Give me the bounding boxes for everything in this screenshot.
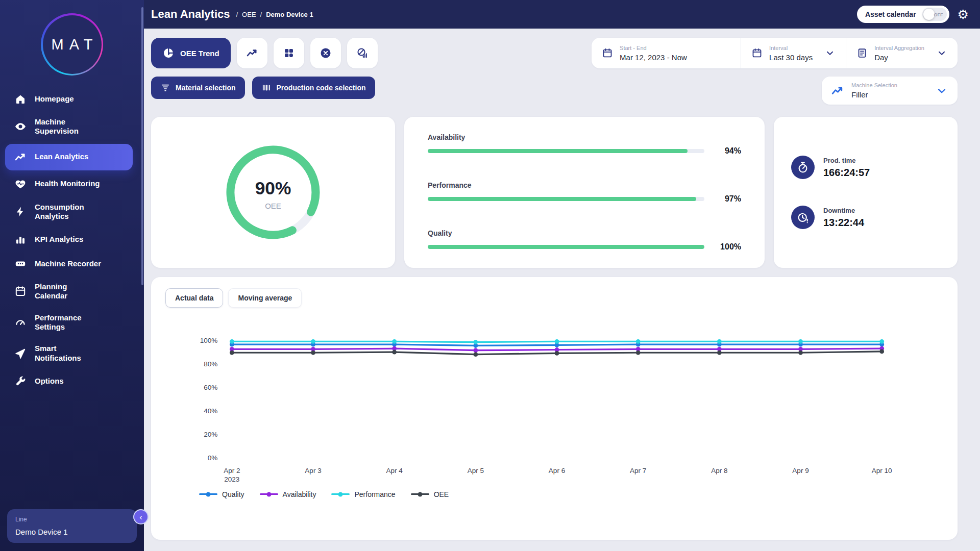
sidebar: MAT HomepageMachine SupervisionLean Anal… [0, 0, 144, 551]
stat-prod-time: Prod. time166:24:57 [791, 156, 940, 179]
grid-view-button[interactable] [274, 38, 304, 68]
sidebar-scrollbar[interactable] [141, 7, 143, 285]
svg-text:80%: 80% [204, 360, 217, 368]
interval-label: Interval [769, 45, 813, 51]
legend-label: Performance [354, 490, 395, 498]
machine-selection-dropdown[interactable]: Machine Selection Filler [822, 77, 958, 105]
svg-text:20%: 20% [204, 431, 217, 438]
interval-selector[interactable]: Interval Last 30 days [741, 38, 846, 68]
view-icon-buttons [237, 38, 378, 68]
oee-gauge-card: 90%OEE [151, 117, 395, 268]
chevron-down-icon [935, 84, 948, 97]
device-name: Demo Device 1 [15, 528, 129, 536]
sidebar-item-lean-analytics[interactable]: Lean Analytics [5, 144, 133, 170]
app-root: MAT HomepageMachine SupervisionLean Anal… [0, 0, 980, 551]
sidebar-item-smart-notifications[interactable]: Smart Notifications [0, 338, 144, 369]
asset-calendar-toggle[interactable]: OFF [922, 8, 947, 21]
time-stats-card: Prod. time166:24:57Downtime13:22:44 [774, 117, 958, 268]
material-selection-button[interactable]: Material selection [151, 77, 245, 99]
svg-text:Apr 4: Apr 4 [386, 467, 403, 474]
date-controls-card: Start - End Mar 12, 2023 - Now Interval … [592, 38, 958, 68]
progress-track [428, 149, 704, 153]
start-end-selector[interactable]: Start - End Mar 12, 2023 - Now [592, 38, 741, 68]
chart-tabs: Actual dataMoving average [165, 288, 943, 308]
stopwatch-icon [796, 161, 810, 174]
sidebar-item-options[interactable]: Options [0, 369, 144, 393]
sidebar-item-kpi-analytics[interactable]: KPI Analytics [0, 227, 144, 252]
tab-moving-average[interactable]: Moving average [228, 288, 302, 308]
calendar-icon [14, 285, 27, 297]
stat-downtime: Downtime13:22:44 [791, 206, 940, 229]
settings-gear-icon[interactable]: ⚙ [958, 8, 969, 21]
breadcrumb-device[interactable]: Demo Device 1 [266, 11, 313, 18]
progress-fill [428, 149, 688, 153]
bolt-icon [14, 206, 27, 218]
trend-chart-card: Actual dataMoving average 0%20%40%60%80%… [151, 277, 958, 540]
stat-icon-circle [791, 156, 815, 179]
sidebar-item-performance-settings[interactable]: Performance Settings [0, 307, 144, 338]
kpi-bars-card: Availability94%Performance97%Quality100% [404, 117, 765, 268]
health-icon [14, 178, 27, 190]
kpi-bar-performance: Performance97% [428, 181, 741, 204]
losses-view-button[interactable] [347, 38, 378, 68]
kpi-bar-label: Performance [428, 181, 741, 189]
kpi-bar-value: 97% [714, 194, 741, 204]
kpi-bars-icon [14, 233, 27, 245]
sidebar-item-machine-recorder[interactable]: Machine Recorder [0, 252, 144, 276]
kpi-bar-label: Availability [428, 133, 741, 141]
close-circle-view-button[interactable] [310, 38, 341, 68]
svg-text:100%: 100% [200, 337, 218, 344]
kpi-bar-value: 94% [714, 146, 741, 156]
aggregation-selector[interactable]: Interval Aggregation Day [846, 38, 958, 68]
breadcrumb: / OEE / Demo Device 1 [236, 11, 313, 18]
sidebar-collapse-button[interactable]: ‹ [133, 509, 149, 524]
oee-trend-chart: 0%20%40%60%80%100%Apr 22023Apr 3Apr 4Apr… [165, 313, 943, 489]
sidebar-item-label: Homepage [35, 94, 74, 104]
sidebar-item-homepage[interactable]: Homepage [0, 87, 144, 111]
tab-actual-data[interactable]: Actual data [165, 288, 223, 308]
machine-selection-value: Filler [851, 90, 923, 99]
sidebar-item-planning-calendar[interactable]: Planning Calendar [0, 276, 144, 307]
gauge-label: OEE [265, 202, 281, 210]
breadcrumb-separator: / [260, 11, 262, 18]
asset-calendar-label: Asset calendar [865, 10, 916, 18]
topbar-right: Asset calendar OFF ⚙ [857, 6, 969, 23]
toggle-knob [923, 9, 935, 20]
kpi-bar-label: Quality [428, 229, 741, 237]
breadcrumb-separator: / [236, 11, 238, 18]
sidebar-item-machine-supervision[interactable]: Machine Supervision [0, 111, 144, 142]
mat-logo: MAT [41, 13, 103, 76]
oee-trend-button[interactable]: OEE Trend [151, 38, 231, 68]
toolbar-row: OEE Trend Start - End Mar 12, 2023 - Now [151, 38, 958, 68]
sidebar-item-consumption-analytics[interactable]: Consumption Analytics [0, 196, 144, 228]
svg-text:Apr 9: Apr 9 [792, 467, 808, 474]
mat-logo-text: MAT [43, 15, 102, 74]
line-chart-view-button[interactable] [237, 38, 267, 68]
topbar: Lean Analytics / OEE / Demo Device 1 Ass… [144, 0, 980, 29]
svg-text:Apr 3: Apr 3 [305, 467, 321, 474]
legend-swatch [331, 493, 350, 495]
svg-text:Apr 5: Apr 5 [468, 467, 484, 474]
legend-item-availability[interactable]: Availability [260, 490, 316, 498]
legend-item-quality[interactable]: Quality [199, 490, 244, 498]
device-card[interactable]: Line Demo Device 1 [7, 509, 137, 543]
progress-track [428, 197, 704, 201]
sidebar-item-health-monitoring[interactable]: Health Monitoring [0, 172, 144, 196]
sidebar-item-label: KPI Analytics [35, 235, 83, 244]
production-code-selection-button[interactable]: Production code selection [252, 77, 375, 99]
legend-swatch [411, 493, 429, 495]
legend-item-performance[interactable]: Performance [331, 490, 395, 498]
sidebar-item-label: Health Monitoring [35, 179, 100, 188]
breadcrumb-oee[interactable]: OEE [242, 11, 256, 18]
content: OEE Trend Start - End Mar 12, 2023 - Now [144, 29, 980, 551]
svg-text:2023: 2023 [224, 475, 239, 483]
chart-legend: QualityAvailabilityPerformanceOEE [199, 490, 943, 498]
kpi-row: 90%OEE Availability94%Performance97%Qual… [151, 117, 958, 268]
asset-calendar-pill[interactable]: Asset calendar OFF [857, 6, 949, 23]
legend-item-oee[interactable]: OEE [411, 490, 449, 498]
stat-label: Downtime [823, 207, 864, 214]
recorder-icon [14, 258, 27, 270]
sidebar-item-label: Lean Analytics [35, 152, 88, 161]
material-filter-icon [160, 83, 170, 93]
legend-swatch [199, 493, 217, 495]
